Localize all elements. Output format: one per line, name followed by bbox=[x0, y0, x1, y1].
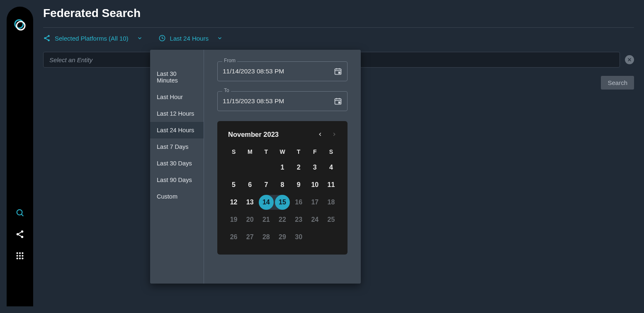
calendar-day[interactable]: 8 bbox=[274, 177, 290, 192]
time-preset-item[interactable]: Last 30 Days bbox=[150, 155, 204, 172]
svg-line-21 bbox=[46, 36, 48, 38]
app-logo bbox=[12, 17, 28, 33]
svg-point-1 bbox=[17, 22, 25, 30]
time-preset-item[interactable]: Last 12 Hours bbox=[150, 105, 204, 122]
svg-point-6 bbox=[21, 236, 24, 238]
date-pane: From 11/14/2023 08:53 PM To 11/15/2023 0… bbox=[204, 50, 361, 284]
from-date-value: 11/14/2023 08:53 PM bbox=[223, 68, 284, 75]
svg-line-8 bbox=[19, 235, 21, 236]
time-preset-item[interactable]: Last 24 Hours bbox=[150, 122, 204, 138]
calendar-day[interactable]: 19 bbox=[226, 212, 242, 227]
calendar-day bbox=[307, 230, 323, 245]
divider bbox=[43, 27, 634, 28]
svg-point-11 bbox=[22, 252, 23, 254]
calendar: November 2023 SMTWTFS1234567891011121314… bbox=[217, 121, 348, 255]
calendar-day[interactable]: 26 bbox=[226, 230, 242, 245]
calendar-next-button[interactable] bbox=[329, 129, 339, 139]
calendar-day[interactable]: 21 bbox=[258, 212, 274, 227]
time-preset-item[interactable]: Last 30 Minutes bbox=[150, 66, 204, 89]
calendar-day[interactable]: 1 bbox=[274, 160, 290, 175]
calendar-prev-button[interactable] bbox=[315, 129, 325, 139]
calendar-dow: S bbox=[226, 146, 242, 158]
clear-entity-button[interactable] bbox=[625, 55, 634, 64]
time-filter[interactable]: Last 24 Hours bbox=[158, 34, 224, 42]
calendar-day[interactable]: 18 bbox=[323, 195, 339, 210]
time-preset-item[interactable]: Last 90 Days bbox=[150, 172, 204, 188]
calendar-day[interactable]: 20 bbox=[242, 212, 258, 227]
calendar-dow: S bbox=[323, 146, 339, 158]
calendar-dow: W bbox=[274, 146, 290, 158]
calendar-day[interactable]: 11 bbox=[323, 177, 339, 192]
calendar-day bbox=[323, 230, 339, 245]
sidebar bbox=[7, 7, 33, 306]
calendar-day[interactable]: 3 bbox=[307, 160, 323, 175]
from-label: From bbox=[222, 58, 237, 63]
calendar-day[interactable]: 12 bbox=[226, 195, 242, 210]
calendar-day[interactable]: 24 bbox=[307, 212, 323, 227]
calendar-day[interactable]: 5 bbox=[226, 177, 242, 192]
to-date-value: 11/15/2023 08:53 PM bbox=[223, 97, 284, 105]
chevron-down-icon bbox=[216, 34, 224, 42]
svg-point-15 bbox=[16, 257, 18, 259]
calendar-grid: SMTWTFS123456789101112131415161718192021… bbox=[226, 146, 339, 245]
calendar-day[interactable]: 14 bbox=[258, 195, 274, 210]
calendar-dow: T bbox=[258, 146, 274, 158]
time-preset-item[interactable]: Last 7 Days bbox=[150, 138, 204, 155]
calendar-day[interactable]: 6 bbox=[242, 177, 258, 192]
calendar-day[interactable]: 30 bbox=[291, 230, 307, 245]
calendar-day[interactable]: 28 bbox=[258, 230, 274, 245]
svg-line-7 bbox=[19, 232, 21, 234]
search-button[interactable]: Search bbox=[601, 76, 634, 90]
calendar-day[interactable]: 22 bbox=[274, 212, 290, 227]
share-icon[interactable] bbox=[15, 229, 25, 239]
svg-point-10 bbox=[19, 252, 21, 254]
clock-icon bbox=[158, 34, 166, 42]
svg-rect-30 bbox=[339, 72, 340, 73]
from-date-field[interactable]: 11/14/2023 08:53 PM bbox=[217, 61, 348, 81]
calendar-day[interactable]: 2 bbox=[291, 160, 307, 175]
calendar-day[interactable]: 25 bbox=[323, 212, 339, 227]
platforms-filter[interactable]: Selected Platforms (All 10) bbox=[43, 34, 143, 42]
time-presets-list: Last 30 MinutesLast HourLast 12 HoursLas… bbox=[150, 50, 204, 284]
to-date-field[interactable]: 11/15/2023 08:53 PM bbox=[217, 91, 348, 111]
svg-point-2 bbox=[17, 210, 22, 215]
calendar-day[interactable]: 10 bbox=[307, 177, 323, 192]
filter-bar: Selected Platforms (All 10) Last 24 Hour… bbox=[43, 34, 634, 42]
calendar-day[interactable]: 15 bbox=[274, 195, 290, 210]
calendar-icon bbox=[334, 97, 342, 105]
calendar-day[interactable]: 4 bbox=[323, 160, 339, 175]
page-title: Federated Search bbox=[43, 7, 634, 20]
calendar-day[interactable]: 27 bbox=[242, 230, 258, 245]
svg-point-9 bbox=[16, 252, 18, 254]
svg-line-22 bbox=[46, 39, 48, 40]
calendar-day[interactable]: 9 bbox=[291, 177, 307, 192]
svg-point-14 bbox=[22, 255, 23, 257]
calendar-day bbox=[226, 160, 242, 175]
calendar-day bbox=[242, 160, 258, 175]
calendar-day[interactable]: 23 bbox=[291, 212, 307, 227]
calendar-day bbox=[258, 160, 274, 175]
calendar-icon bbox=[334, 67, 342, 75]
share-small-icon bbox=[43, 34, 51, 42]
chevron-down-icon bbox=[136, 34, 143, 42]
time-preset-item[interactable]: Last Hour bbox=[150, 89, 204, 105]
calendar-day[interactable]: 16 bbox=[291, 195, 307, 210]
time-preset-item[interactable]: Custom bbox=[150, 188, 204, 205]
calendar-day[interactable]: 29 bbox=[274, 230, 290, 245]
apps-grid-icon[interactable] bbox=[15, 251, 25, 261]
svg-point-13 bbox=[19, 255, 21, 257]
svg-point-17 bbox=[22, 257, 23, 259]
svg-point-5 bbox=[21, 231, 24, 233]
calendar-dow: M bbox=[242, 146, 258, 158]
svg-rect-35 bbox=[339, 102, 340, 103]
search-icon[interactable] bbox=[15, 208, 25, 218]
to-label: To bbox=[222, 87, 231, 93]
calendar-day[interactable]: 7 bbox=[258, 177, 274, 192]
calendar-month-label: November 2023 bbox=[226, 131, 279, 138]
calendar-day[interactable]: 13 bbox=[242, 195, 258, 210]
svg-point-16 bbox=[19, 257, 21, 259]
calendar-day[interactable]: 17 bbox=[307, 195, 323, 210]
time-filter-label: Last 24 Hours bbox=[170, 35, 209, 42]
time-range-panel: Last 30 MinutesLast HourLast 12 HoursLas… bbox=[150, 50, 361, 284]
svg-line-3 bbox=[22, 214, 24, 216]
